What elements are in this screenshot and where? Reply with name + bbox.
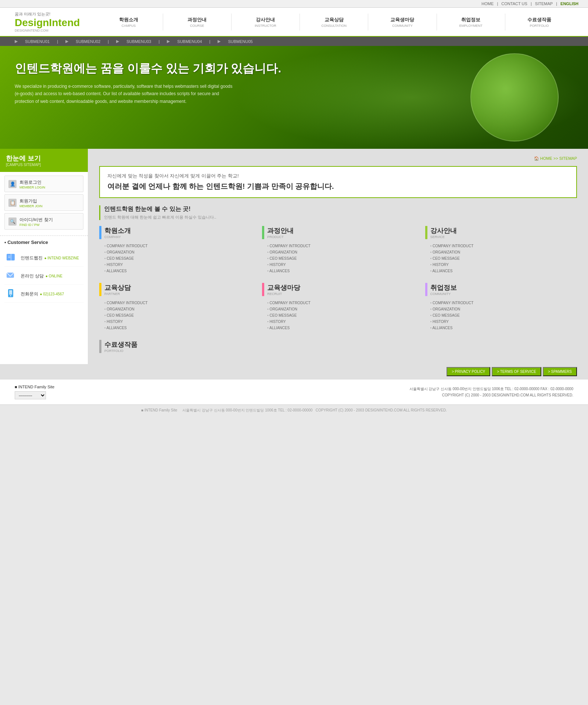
main-layout: 한눈에 보기 [CAMPUS SITEMAP] 👤 회원로그인 MEMBER L… [0,149,588,364]
section-eng-5: COMMUNITY [430,292,457,296]
privacy-policy-btn[interactable]: > PRIVACY POLICY [447,367,490,376]
online-name: 온라인 상담 [21,273,44,278]
list-item[interactable]: CEO MESSAGE [430,255,577,262]
list-item[interactable]: ALLIANCES [430,325,577,331]
list-item[interactable]: COMPANY INTRODUCT [267,300,414,306]
cs-online[interactable]: 온라인 상담 ● ONLINE [4,267,83,285]
list-item[interactable]: ORGANIZATION [267,249,414,255]
nav-portfolio[interactable]: 수료생작품 PORTFOLIO [505,14,573,30]
submenu-2[interactable]: SUBMENU02 [76,39,100,44]
section-name-5: 취업정보 [430,283,457,292]
find-id-button[interactable]: 🔍 아이디/비번 찾기 FIND ID / PW [4,213,83,230]
list-item[interactable]: COMPANY INTRODUCT [430,243,577,249]
login-button[interactable]: 👤 회원로그인 MEMBER LOGIN [4,176,83,192]
list-item[interactable]: COMPANY INTRODUCT [430,300,577,306]
section-links-5: COMPANY INTRODUCTORGANIZATIONCEO MESSAGE… [425,300,577,331]
section-header-4: 교육생마당RECRUIT [262,283,414,296]
list-item[interactable]: HISTORY [430,319,577,325]
list-item[interactable]: HISTORY [267,262,414,268]
submenu-4[interactable]: SUBMENU04 [177,39,202,44]
list-item[interactable]: ALLIANCES [267,325,414,331]
join-button[interactable]: 📋 회원가입 MEMBER JOIN [4,194,83,211]
breadcrumb: 🏠 HOME >> SITEMAP [99,156,577,161]
submenu-5[interactable]: SUBMENU05 [228,39,252,44]
family-select[interactable]: ---------- [15,391,46,399]
nav-employment[interactable]: 취업정보 EMPLOYMENT [437,14,505,30]
list-item[interactable]: COMPANY INTRODUCT [104,300,251,306]
topbar-sitemap[interactable]: SITEMAP [535,1,553,6]
list-item[interactable]: ORGANIZATION [104,249,251,255]
section-desc: 인텐드 학원에 대해 한눈에 쉽고 빠르게 이용 하실수 있습니다.. [104,215,577,220]
list-item[interactable]: HISTORY [104,262,251,268]
list-item[interactable]: ORGANIZATION [267,306,414,312]
submenu-bar: ▶ SUBMENU01 | ▶ SUBMENU02 | ▶ SUBMENU03 … [0,37,588,46]
join-label: 회원가입 [19,198,37,204]
topbar-english[interactable]: ENGLISH [560,1,578,6]
section-links-1: COMPANY INTRODUCTORGANIZATIONCEO MESSAGE… [262,243,414,274]
svg-point-7 [10,295,11,296]
list-item[interactable]: ALLIANCES [104,268,251,274]
list-item[interactable]: ALLIANCES [104,325,251,331]
list-item[interactable]: ALLIANCES [430,268,577,274]
list-item[interactable]: ORGANIZATION [430,249,577,255]
login-sub: MEMBER LOGIN [19,186,45,189]
color-bar-4 [262,283,264,296]
sidebar-nav: 👤 회원로그인 MEMBER LOGIN 📋 회원가입 MEMBER JOIN … [0,172,88,236]
sitemap-sub: [CAMPUS SITEMAP] [6,163,82,167]
nav-consultation[interactable]: 교육상담 CONSULTATION [300,14,368,30]
list-item[interactable]: HISTORY [267,319,414,325]
section-name-6: 수료생작품 [104,340,137,349]
section-eng-4: RECRUIT [267,292,300,296]
online-icon [4,269,18,282]
color-bar-1 [262,226,264,239]
submenu-3[interactable]: SUBMENU03 [126,39,151,44]
topbar-contact[interactable]: CONTACT US [501,1,527,6]
brand-prefix: Design [15,17,49,28]
logo-sub: DESIGNINTEND.COM [15,29,80,32]
nav-community[interactable]: 교육생마당 COMMUNITY [368,14,437,30]
find-icon: 🔍 [8,217,17,226]
list-item[interactable]: HISTORY [430,262,577,268]
list-item[interactable]: COMPANY INTRODUCT [267,243,414,249]
phone-detail: ● 02)123-4567 [40,292,64,296]
section-name-4: 교육생마당 [267,283,300,292]
list-item[interactable]: CEO MESSAGE [267,312,414,319]
brand-suffix: Intend [49,17,80,28]
spammers-btn[interactable]: > SPAMMERS [543,367,577,376]
nav-campus[interactable]: 학원소개 CAMPUS [94,14,163,30]
svg-rect-0 [7,254,15,260]
family-site: ■ INTEND Family Site ---------- [15,385,54,399]
terms-btn[interactable]: > TERMS OF SERVICE [492,367,541,376]
nav-course[interactable]: 과정안내 COURSE [163,14,232,30]
list-item[interactable]: ORGANIZATION [430,306,577,312]
list-item[interactable]: ORGANIZATION [104,306,251,312]
footer: ■ INTEND Family Site ---------- 서울특별시 강남… [0,379,588,404]
section-eng-6: PORTFOLIO [104,349,137,353]
cs-webzine[interactable]: 인텐드웹진 ● INTEND WEBZINE [4,249,83,267]
breadcrumb-text: HOME >> SITEMAP [540,156,577,161]
webzine-icon [4,251,18,264]
webzine-name: 인텐드웹진 [21,255,43,260]
sidebar-sitemap-header: 한눈에 보기 [CAMPUS SITEMAP] [0,149,88,172]
list-item[interactable]: CEO MESSAGE [267,255,414,262]
hero-banner: 인텐드학원에는 꿈을 이룰수 있는 기회가 있습니다. We specializ… [0,46,588,149]
list-item[interactable]: COMPANY INTRODUCT [104,243,251,249]
join-sub: MEMBER JOIN [19,204,43,208]
find-label: 아이디/비번 찾기 [19,217,53,222]
hero-desc: We specialize in producing e-commerce so… [15,83,235,105]
list-item[interactable]: CEO MESSAGE [104,255,251,262]
topbar-home[interactable]: HOME [481,1,494,6]
list-item[interactable]: HISTORY [104,319,251,325]
sitemap-title: 한눈에 보기 [6,154,82,163]
welcome-box: 자신에게 맞는 적성을 찾아서 자신에게 맞게 이끌어 주는 학교! 여러분 곁… [99,166,577,198]
section-header-1: 과정안내PRODUCT [262,226,414,239]
sitemap-grid: 학원소개COMPANYCOMPANY INTRODUCTORGANIZATION… [99,226,577,357]
cs-phone[interactable]: 전화문의 ● 02)123-4567 [4,285,83,303]
section-name-1: 과정안내 [267,226,294,235]
submenu-1[interactable]: SUBMENU01 [25,39,50,44]
list-item[interactable]: ALLIANCES [267,268,414,274]
section-eng-0: COMPANY [104,235,131,239]
list-item[interactable]: CEO MESSAGE [104,312,251,319]
list-item[interactable]: CEO MESSAGE [430,312,577,319]
nav-instructor[interactable]: 강사안내 INSTRUCTOR [232,14,300,30]
